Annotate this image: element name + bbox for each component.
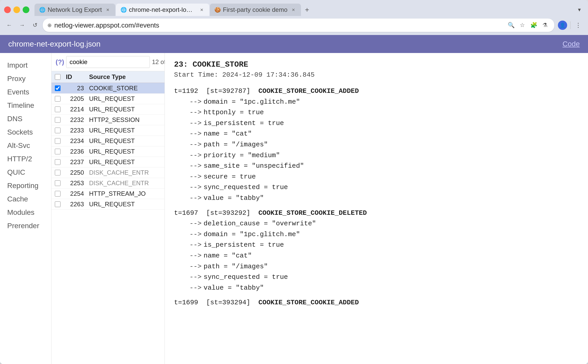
prop-equals: = [260, 272, 272, 283]
lab-icon[interactable]: ⚗ [540, 21, 550, 30]
sidebar-item-cache[interactable]: Cache [4, 193, 47, 205]
table-row[interactable]: 2205 URL_REQUEST [51, 94, 165, 104]
back-button[interactable]: ← [4, 20, 14, 30]
prop-value: "1pc.glitch.me" [240, 97, 300, 108]
table-row[interactable]: 2233 URL_REQUEST [51, 125, 165, 136]
log-prop: -->value = "tabby" [189, 283, 579, 294]
table-row[interactable]: 23 COOKIE_STORE [51, 83, 165, 94]
tab1-close-icon[interactable]: ✕ [105, 7, 111, 13]
row-checkbox[interactable] [55, 106, 60, 112]
tab-first-party-cookie[interactable]: 🍪 First-party cookie demo ✕ [210, 4, 301, 16]
table-body: 23 COOKIE_STORE 2205 URL_REQUEST 2214 UR… [51, 83, 165, 210]
prop-equals: = [236, 150, 248, 161]
address-bar[interactable]: ⊕ netlog-viewer.appspot.com/#events 🔍 ☆ … [43, 19, 554, 32]
filter-input[interactable] [66, 56, 150, 68]
row-checkbox[interactable] [55, 128, 60, 133]
sidebar-item-sockets[interactable]: Sockets [4, 126, 47, 138]
arrow-icon: --> [189, 240, 202, 251]
log-event-name: COOKIE_STORE_COOKIE_DELETED [258, 209, 367, 217]
tab-dropdown-button[interactable]: ▾ [575, 4, 584, 15]
sidebar-item-modules[interactable]: Modules [4, 206, 47, 219]
close-button[interactable] [4, 6, 11, 13]
log-prop: -->is_persistent = true [189, 240, 579, 251]
sidebar-item-reporting[interactable]: Reporting [4, 180, 47, 192]
search-icon[interactable]: 🔍 [506, 21, 516, 30]
row-checkbox[interactable] [55, 170, 60, 175]
tab-network-log-export[interactable]: 🌐 Network Log Export ✕ [34, 4, 115, 16]
forward-button[interactable]: → [17, 20, 27, 30]
log-prop: -->path = "/images" [189, 261, 579, 272]
tab2-close-icon[interactable]: ✕ [199, 7, 205, 13]
prop-value: true [268, 240, 284, 251]
row-checkbox[interactable] [55, 191, 60, 197]
row-checkbox[interactable] [55, 149, 60, 154]
log-time: t=1697 [st=393292] [174, 208, 250, 219]
log-prop: -->priority = "medium" [189, 150, 579, 161]
log-prop: -->value = "tabby" [189, 193, 579, 204]
help-button[interactable]: (?) [56, 58, 64, 66]
sidebar-item-proxy[interactable]: Proxy [4, 73, 47, 85]
prop-equals: = [228, 229, 240, 240]
bookmark-icon[interactable]: ☆ [518, 21, 527, 30]
minimize-button[interactable] [13, 6, 20, 13]
table-row[interactable]: 2236 URL_REQUEST [51, 146, 165, 157]
arrow-icon: --> [189, 251, 202, 261]
sidebar-item-dns[interactable]: DNS [4, 113, 47, 125]
tab3-favicon-icon: 🍪 [214, 7, 221, 13]
prop-equals: = [256, 240, 268, 251]
row-id: 2236 [64, 148, 87, 155]
prop-key: priority [204, 150, 236, 161]
header-source-type: Source Type [87, 73, 165, 81]
table-row[interactable]: 2234 URL_REQUEST [51, 136, 165, 146]
table-row[interactable]: 2232 HTTP2_SESSION [51, 115, 165, 125]
row-checkbox[interactable] [55, 180, 60, 186]
prop-equals: = [224, 283, 236, 294]
table-row[interactable]: 2254 HTTP_STREAM_JO [51, 189, 165, 199]
filter-row: (?) 12 of 69 [51, 53, 165, 71]
tab-chrome-net-export[interactable]: 🌐 chrome-net-export-log.json - ✕ [116, 4, 209, 16]
log-prop: -->name = "cat" [189, 129, 579, 139]
prop-value: true [272, 272, 288, 283]
menu-button[interactable]: ⋮ [573, 20, 584, 31]
sidebar-item-timeline[interactable]: Timeline [4, 99, 47, 112]
sidebar-item-events[interactable]: Events [4, 86, 47, 98]
select-all-checkbox[interactable] [55, 74, 60, 80]
extension-icon[interactable]: 🧩 [529, 21, 538, 30]
row-source-type: URL_REQUEST [87, 127, 165, 134]
row-id: 2263 [64, 201, 87, 208]
table-row[interactable]: 2263 URL_REQUEST [51, 199, 165, 210]
tab1-label: Network Log Export [48, 6, 102, 13]
new-tab-button[interactable]: + [301, 4, 313, 16]
table-row[interactable]: 2214 URL_REQUEST [51, 104, 165, 115]
table-row[interactable]: 2237 URL_REQUEST [51, 157, 165, 167]
prop-key: path [204, 139, 220, 150]
tab3-label: First-party cookie demo [223, 6, 288, 13]
row-checkbox[interactable] [55, 138, 60, 144]
detail-panel: 23: COOKIE_STORE Start Time: 2024-12-09 … [165, 53, 588, 364]
prop-key: same_site [204, 161, 240, 172]
reload-button[interactable]: ↺ [30, 20, 40, 30]
table-row[interactable]: 2253 DISK_CACHE_ENTR [51, 178, 165, 189]
code-link[interactable]: Code [563, 40, 580, 48]
arrow-icon: --> [189, 229, 202, 240]
maximize-button[interactable] [23, 6, 29, 13]
sidebar-item-prerender[interactable]: Prerender [4, 220, 47, 232]
tab3-close-icon[interactable]: ✕ [291, 7, 296, 13]
row-checkbox[interactable] [55, 159, 60, 165]
table-row[interactable]: 2250 DISK_CACHE_ENTR [51, 167, 165, 178]
prop-equals: = [220, 261, 232, 272]
row-source-type: URL_REQUEST [87, 106, 165, 113]
profile-button[interactable]: 👤 [557, 20, 568, 31]
sidebar-item-http2[interactable]: HTTP/2 [4, 153, 47, 165]
arrow-icon: --> [189, 129, 202, 139]
sidebar-item-quic[interactable]: QUIC [4, 166, 47, 179]
sidebar-item-import[interactable]: Import [4, 59, 47, 72]
log-entry-header: t=1697 [st=393292] COOKIE_STORE_COOKIE_D… [174, 208, 579, 219]
row-checkbox[interactable] [55, 117, 60, 123]
row-checkbox[interactable] [55, 96, 60, 102]
row-checkbox[interactable] [55, 201, 60, 207]
log-time: t=1699 [st=393294] [174, 297, 250, 308]
prop-key: domain [204, 229, 228, 240]
sidebar-item-alt-svc[interactable]: Alt-Svc [4, 139, 47, 152]
row-checkbox[interactable] [55, 85, 60, 91]
